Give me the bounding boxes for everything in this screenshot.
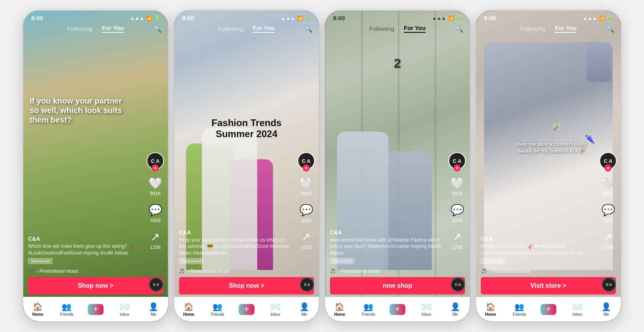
me-label-1: Me bbox=[151, 312, 156, 317]
avatar-1[interactable]: C A + bbox=[147, 152, 164, 170]
create-icon-3[interactable]: + bbox=[390, 304, 405, 315]
music-icon-3: 🎵 bbox=[330, 268, 336, 274]
share-action-3[interactable]: ↗ 1256 bbox=[452, 230, 463, 250]
nav-friends-4[interactable]: 👥 Friends bbox=[510, 302, 529, 317]
small-disc-4: C A bbox=[602, 277, 616, 292]
friends-label-1: Friends bbox=[60, 312, 73, 317]
home-label-4: Home bbox=[485, 312, 496, 317]
battery-icon-4: 🔋 bbox=[607, 15, 613, 21]
for-you-tab-4[interactable]: For You bbox=[555, 25, 576, 33]
visit-store-button-4[interactable]: Visit store > bbox=[481, 277, 616, 294]
search-icon-4[interactable]: 🔍 bbox=[606, 25, 614, 33]
plus-badge-4: + bbox=[604, 164, 612, 172]
following-tab-2[interactable]: Following bbox=[218, 25, 243, 32]
create-icon-2[interactable]: + bbox=[239, 304, 254, 315]
search-icon-3[interactable]: 🔍 bbox=[455, 25, 463, 33]
battery-icon: 🔋 bbox=[154, 15, 160, 21]
ca-logo-4: C A bbox=[604, 158, 612, 164]
comment-action-2[interactable]: 💬 3456 bbox=[299, 204, 313, 223]
music-row-4: 🎵 ♪ Promotional music bbox=[481, 268, 531, 274]
avatar-3[interactable]: C A + bbox=[448, 152, 466, 170]
nav-me-4[interactable]: 👤 Me bbox=[596, 302, 616, 317]
avatar-2[interactable]: C A + bbox=[298, 152, 315, 170]
nav-me-1[interactable]: 👤 Me bbox=[143, 302, 163, 317]
following-tab-4[interactable]: Following bbox=[520, 25, 545, 32]
share-action-4[interactable]: ↗ 1256 bbox=[603, 230, 614, 250]
comment-count-3: 3456 bbox=[452, 218, 463, 223]
comment-count-4: 3456 bbox=[603, 218, 614, 223]
create-icon-4[interactable]: + bbox=[540, 304, 556, 315]
comment-action-1[interactable]: 💬 3456 bbox=[149, 204, 162, 223]
phone-2: 8:00 ▲▲▲ 📶 🔋 Following For You 🔍 Fashion… bbox=[173, 10, 320, 322]
music-row-3: 🎵 ♪ Promotional music bbox=[330, 268, 380, 274]
username-4: C&A bbox=[481, 236, 593, 242]
following-tab-1[interactable]: Following bbox=[68, 25, 92, 32]
comment-action-3[interactable]: 💬 3456 bbox=[450, 204, 464, 223]
comment-action-4[interactable]: 💬 3456 bbox=[601, 204, 615, 223]
nav-create-2[interactable]: + bbox=[237, 304, 256, 315]
like-action-2[interactable]: 🤍 991K bbox=[299, 177, 313, 196]
comment-count-1: 3456 bbox=[150, 218, 161, 223]
nav-home-3[interactable]: 🏠 Home bbox=[330, 302, 350, 317]
like-action-3[interactable]: 🤍 991K bbox=[450, 177, 464, 196]
share-action-1[interactable]: ↗ 1256 bbox=[150, 230, 161, 250]
inbox-icon-4: ✉️ bbox=[572, 302, 582, 311]
emoji-deco-4b: 🌂 bbox=[585, 135, 595, 145]
avatar-4[interactable]: C A + bbox=[599, 152, 617, 170]
for-you-tab-1[interactable]: For You bbox=[102, 25, 124, 33]
battery-icon-2: 🔋 bbox=[305, 15, 311, 21]
nav-home-2[interactable]: 🏠 Home bbox=[179, 302, 199, 317]
nav-inbox-2[interactable]: ✉️ Inbox bbox=[266, 302, 285, 317]
friends-icon-3: 👥 bbox=[363, 302, 373, 311]
heart-icon-1: 🤍 bbox=[149, 177, 162, 190]
right-actions-3: C A + 🤍 991K 💬 3456 ↗ 1256 bbox=[448, 152, 466, 250]
ca-logo-1: C A bbox=[151, 158, 160, 164]
emoji-deco-4a: 🪄 bbox=[551, 123, 562, 133]
nav-inbox-1[interactable]: ✉️ Inbox bbox=[115, 302, 134, 317]
small-disc-1: C A bbox=[149, 277, 163, 292]
create-icon-1[interactable]: + bbox=[88, 304, 104, 315]
me-icon-2: 👤 bbox=[299, 302, 309, 311]
username-1: C&A bbox=[28, 236, 140, 242]
nav-inbox-4[interactable]: ✉️ Inbox bbox=[567, 302, 587, 317]
music-text-4: ♪ Promotional music bbox=[489, 268, 531, 274]
share-action-2[interactable]: ↗ 1256 bbox=[301, 230, 312, 250]
ca-logo-2: C A bbox=[302, 158, 311, 164]
right-actions-4: C A + 🤍 991K 💬 3456 ↗ 1256 bbox=[599, 152, 617, 250]
comment-icon-4: 💬 bbox=[601, 204, 615, 217]
phone-1: 8:00 ▲▲▲ 📶 🔋 Following For You 🔍 If you … bbox=[23, 10, 169, 322]
for-you-tab-2[interactable]: For You bbox=[253, 25, 275, 33]
nav-create-4[interactable]: + bbox=[539, 304, 558, 315]
overlay-text-1: If you know your partner so well, which … bbox=[30, 96, 124, 124]
for-you-tab-3[interactable]: For You bbox=[404, 25, 426, 33]
sponsored-badge-4: Sponsored bbox=[481, 258, 505, 264]
nav-create-1[interactable]: + bbox=[86, 304, 105, 315]
nav-home-4[interactable]: 🏠 Home bbox=[481, 302, 501, 317]
shop-button-3[interactable]: now shop bbox=[330, 277, 465, 294]
phones-container: 8:00 ▲▲▲ 📶 🔋 Following For You 🔍 If you … bbox=[15, 2, 629, 330]
nav-create-3[interactable]: + bbox=[388, 304, 407, 315]
shop-button-2[interactable]: Shop now > bbox=[179, 277, 314, 294]
like-action-1[interactable]: 🤍 991K bbox=[149, 177, 162, 196]
like-action-4[interactable]: 🤍 991K bbox=[601, 177, 615, 196]
top-nav-4: Following For You 🔍 bbox=[476, 23, 621, 36]
nav-inbox-3[interactable]: ✉️ Inbox bbox=[416, 302, 436, 317]
friends-label-3: Friends bbox=[362, 312, 375, 317]
right-actions-1: C A + 🤍 991K 💬 3456 ↗ 1256 bbox=[147, 152, 164, 250]
home-label-2: Home bbox=[183, 312, 194, 317]
nav-me-2[interactable]: 👤 Me bbox=[294, 302, 314, 317]
nav-home-1[interactable]: 🏠 Home bbox=[28, 302, 48, 317]
friends-icon-2: 👥 bbox=[213, 302, 222, 311]
nav-me-3[interactable]: 👤 Me bbox=[445, 302, 465, 317]
following-tab-3[interactable]: Following bbox=[369, 25, 394, 32]
signal-icon-4: ▲▲▲ bbox=[583, 15, 597, 21]
music-text-2: ♪ Promotional music bbox=[187, 268, 230, 274]
nav-friends-2[interactable]: 👥 Friends bbox=[208, 302, 228, 317]
search-icon-2[interactable]: 🔍 bbox=[304, 25, 313, 33]
nav-friends-1[interactable]: 👥 Friends bbox=[57, 302, 77, 317]
shop-button-1[interactable]: Shop now > bbox=[28, 277, 163, 294]
search-icon-1[interactable]: 🔍 bbox=[153, 25, 162, 33]
nav-friends-3[interactable]: 👥 Friends bbox=[359, 302, 378, 317]
me-icon-1: 👤 bbox=[149, 302, 158, 311]
signal-icon-3: ▲▲▲ bbox=[432, 15, 446, 21]
